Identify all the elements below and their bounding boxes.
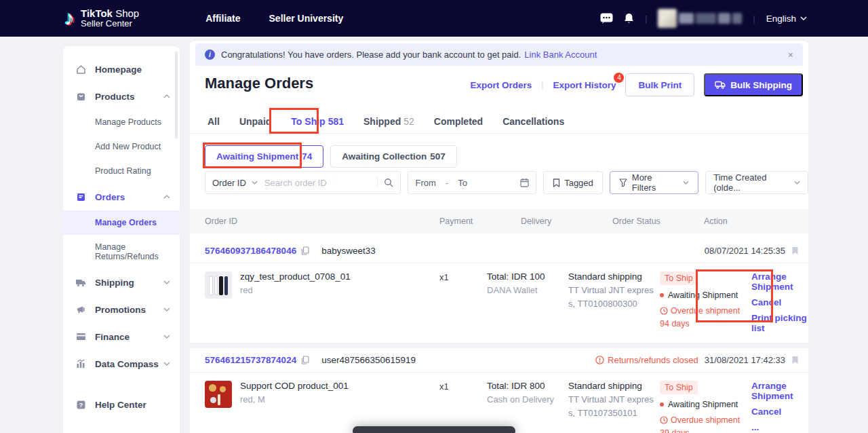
column-action: Action [704, 216, 728, 226]
more-actions-link[interactable]: ... [751, 422, 808, 432]
tab-unpaid[interactable]: Unpaid [239, 109, 271, 133]
export-history-link[interactable]: Export History [553, 80, 616, 90]
sidebar-item-finance[interactable]: Finance [63, 323, 180, 350]
notifications-bell-icon[interactable] [624, 13, 634, 24]
link-bank-account-link[interactable]: Link Bank Account [524, 50, 597, 60]
status-state: Awaiting Shipment [660, 290, 751, 300]
messages-icon[interactable] [600, 13, 613, 24]
delivery-tracking: s, TT0107350101 [568, 408, 660, 418]
tagged-button[interactable]: Tagged [543, 171, 603, 194]
sidebar-item-label: Finance [95, 332, 130, 342]
export-history-badge: 4 [614, 73, 624, 83]
header-divider: | [541, 80, 543, 90]
tab-all[interactable]: All [208, 109, 220, 133]
bulk-print-button[interactable]: Bulk Print [625, 73, 694, 96]
print-picking-list-link[interactable]: Print picking list [751, 313, 808, 333]
nav-link-seller-university[interactable]: Seller University [269, 13, 344, 24]
sidebar-item-shipping[interactable]: Shipping [63, 269, 180, 296]
funnel-icon [619, 178, 627, 187]
sidebar-item-orders[interactable]: Orders [63, 183, 180, 210]
bottom-dark-pill [353, 426, 515, 433]
sidebar-item-homepage[interactable]: Homepage [63, 56, 180, 83]
bookmark-icon[interactable] [791, 356, 799, 364]
bookmark-icon[interactable] [791, 246, 799, 255]
calendar-icon [520, 178, 529, 187]
status-state: Awaiting Shipment [660, 400, 751, 409]
subtab-awaiting-shipment[interactable]: Awaiting Shipment74 [205, 145, 323, 168]
payment-method: DANA Wallet [487, 285, 568, 295]
blurred-username [696, 13, 716, 24]
order-id-link[interactable]: 576460937186478046 [205, 246, 296, 256]
info-icon: i [205, 50, 215, 60]
copy-icon[interactable] [301, 356, 309, 364]
chevron-down-icon [163, 307, 170, 312]
person-icon [75, 385, 86, 386]
language-selector[interactable]: English [766, 14, 807, 24]
nav-link-affiliate[interactable]: Affiliate [205, 13, 240, 24]
order-timestamp: 31/08/2021 17:42:33 [705, 355, 785, 365]
arrange-shipment-link[interactable]: Arrange Shipment [751, 381, 808, 401]
sidebar-item-product-rating[interactable]: Product Rating [63, 159, 180, 183]
date-range-picker[interactable]: From - To [408, 171, 536, 194]
buyer-username[interactable]: user487566350615919 [321, 355, 416, 365]
red-dot-icon [660, 402, 664, 407]
export-orders-link[interactable]: Export Orders [471, 80, 532, 90]
sidebar-item-data-compass[interactable]: Data Compass [63, 350, 180, 377]
sort-label: Time Created (olde... [713, 172, 794, 193]
tab-label: Cancellations [502, 116, 564, 127]
products-bag-icon [75, 91, 86, 102]
tab-count: 581 [328, 116, 344, 127]
sidebar-item-manage-returns-refunds[interactable]: Manage Returns/Refunds [63, 235, 180, 269]
sidebar-item-add-new-product[interactable]: Add New Product [63, 134, 180, 159]
brand-subtitle: Seller Center [81, 19, 139, 29]
sidebar-item-products[interactable]: Products [63, 83, 180, 110]
product-image[interactable] [205, 381, 232, 408]
blurred-username [679, 13, 694, 24]
sidebar-item-manage-products[interactable]: Manage Products [63, 110, 180, 134]
more-filters-button[interactable]: More Filters [610, 171, 698, 194]
tiktok-shop-logo[interactable]: ♪ TikTok Shop Seller Center [64, 7, 139, 29]
sidebar-item-help-center[interactable]: ? Help Center [63, 391, 180, 418]
search-input[interactable] [264, 178, 378, 188]
column-order-status: Order Status [612, 216, 660, 226]
sub-tabs: Awaiting Shipment74 Awaiting Collection5… [205, 145, 457, 168]
bulk-shipping-button[interactable]: Bulk Shipping [704, 73, 803, 96]
banner-message: Congratulations! You have orders. Please… [221, 50, 521, 60]
tab-to-ship[interactable]: To Ship581 [291, 109, 344, 133]
sidebar-scrollbar[interactable] [175, 52, 178, 138]
payment-cell: Total: IDR 100 DANA Wallet [487, 271, 568, 339]
banner-close-icon[interactable]: × [788, 50, 793, 60]
tab-label: Unpaid [239, 116, 271, 127]
subtab-awaiting-collection[interactable]: Awaiting Collection507 [330, 145, 457, 168]
main-content: i Congratulations! You have orders. Plea… [190, 41, 808, 433]
chevron-down-icon[interactable] [252, 181, 258, 185]
user-account-blurred[interactable] [658, 9, 742, 28]
buyer-username[interactable]: babysweet33 [321, 246, 376, 256]
order-tabs: All Unpaid To Ship581 Shipped52 Complete… [190, 109, 808, 134]
product-name[interactable]: Support COD product_001 [240, 381, 349, 391]
filter-bar: Order ID From - To Tagged More Filters T… [205, 171, 808, 194]
order-id-select[interactable]: Order ID [212, 178, 246, 188]
sidebar-item-manage-orders[interactable]: Manage Orders [63, 210, 180, 235]
product-name[interactable]: zqy_test_product_0708_01 [240, 271, 351, 282]
copy-icon[interactable] [301, 246, 309, 255]
cancel-link[interactable]: Cancel [751, 297, 808, 307]
order-body: zqy_test_product_0708_01 red x1 Total: I… [190, 263, 808, 339]
order-body: Support COD product_001 red, M x1 Total:… [190, 373, 808, 433]
tab-completed[interactable]: Completed [434, 109, 483, 133]
sidebar-item-my-account-clipped[interactable]: My Account [63, 377, 180, 386]
date-dash: - [446, 178, 448, 188]
arrange-shipment-link[interactable]: Arrange Shipment [751, 271, 808, 292]
order-id-link[interactable]: 576461215737874024 [205, 355, 296, 365]
tab-cancellations[interactable]: Cancellations [502, 109, 564, 133]
sidebar-item-label: My Account [95, 386, 146, 387]
product-image[interactable] [205, 271, 232, 299]
status-cell: To Ship Awaiting Shipment Overdue shipme… [660, 381, 751, 433]
search-icon[interactable] [384, 178, 393, 187]
sort-order-select[interactable]: Time Created (olde... [705, 171, 808, 194]
tab-shipped[interactable]: Shipped52 [363, 109, 414, 133]
sidebar-item-promotions[interactable]: Promotions [63, 296, 180, 323]
status-badge: To Ship [660, 271, 698, 285]
status-badge: To Ship [660, 381, 698, 394]
cancel-link[interactable]: Cancel [751, 407, 808, 417]
